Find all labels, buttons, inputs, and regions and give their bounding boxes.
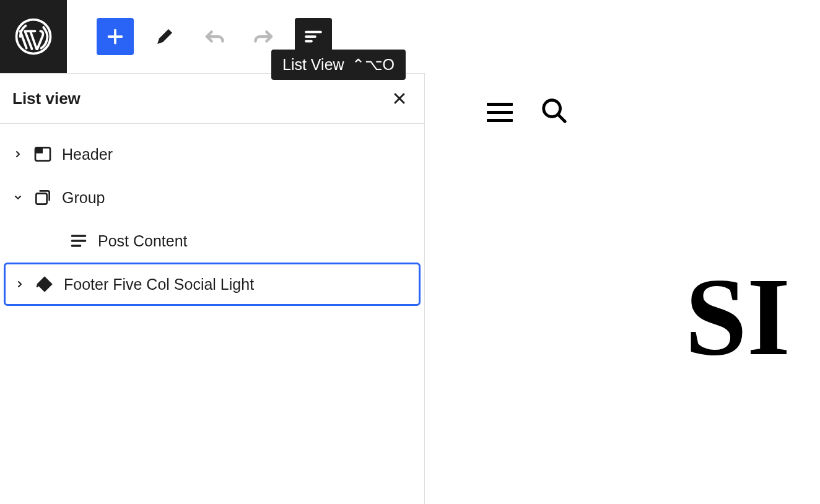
tree-item-footer[interactable]: Footer Five Col Social Light [4, 263, 421, 306]
undo-icon [203, 25, 225, 48]
wordpress-logo-button[interactable] [0, 0, 67, 73]
hamburger-icon [487, 103, 513, 106]
group-block-icon [32, 187, 53, 208]
search-button[interactable] [540, 97, 569, 128]
tooltip-label: List View [282, 56, 344, 74]
header-block-icon [32, 144, 53, 165]
sidebar-header: List view [0, 74, 424, 124]
reusable-block-icon [34, 274, 55, 295]
tree-item-label: Post Content [98, 232, 188, 250]
main: List view Header [0, 73, 820, 504]
search-icon [540, 97, 569, 125]
svg-rect-2 [35, 147, 43, 153]
close-icon [391, 90, 408, 107]
tree-item-post-content[interactable]: Post Content [4, 219, 421, 263]
close-sidebar-button[interactable] [388, 87, 411, 110]
tooltip-shortcut: ⌃⌥O [352, 56, 395, 74]
list-view-icon [302, 25, 325, 48]
site-title[interactable]: SI [685, 253, 790, 381]
tree-item-label: Header [62, 146, 113, 163]
block-tree: Header Group Post Content [0, 124, 424, 310]
add-block-button[interactable] [97, 18, 134, 55]
sidebar-title: List view [12, 89, 81, 108]
undo-button[interactable] [196, 18, 233, 55]
canvas-header [487, 97, 820, 128]
topbar: List View ⌃⌥O [0, 0, 820, 73]
tooltip: List View ⌃⌥O [271, 50, 406, 80]
redo-icon [253, 25, 275, 48]
svg-rect-3 [36, 193, 46, 204]
plus-icon [104, 25, 126, 48]
chevron-down-icon[interactable] [12, 193, 24, 202]
wordpress-icon [15, 18, 52, 55]
chevron-right-icon[interactable] [12, 149, 24, 159]
pencil-icon [154, 25, 176, 48]
chevron-right-icon[interactable] [14, 279, 25, 289]
post-content-block-icon [68, 230, 89, 251]
tree-item-label: Footer Five Col Social Light [64, 276, 254, 293]
tree-item-label: Group [62, 189, 105, 207]
sidebar: List view Header [0, 73, 425, 504]
tree-item-header[interactable]: Header [4, 133, 421, 176]
tree-item-group[interactable]: Group [4, 176, 421, 219]
tools-button[interactable] [146, 18, 183, 55]
menu-button[interactable] [487, 103, 513, 122]
editor-canvas[interactable]: SI [425, 73, 820, 504]
